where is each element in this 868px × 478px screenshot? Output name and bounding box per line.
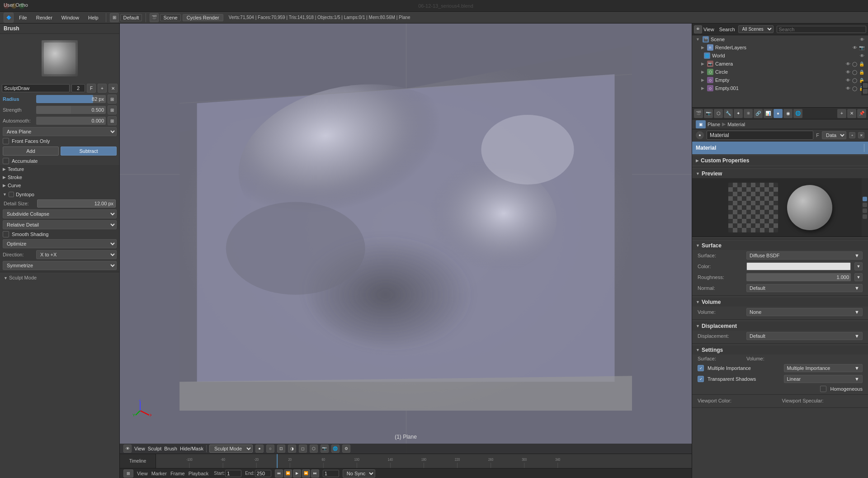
- smooth-shading-checkbox[interactable]: [3, 231, 9, 237]
- surface-type-value[interactable]: Diffuse BSDF ▼: [746, 251, 863, 260]
- transparent-shadows-checkbox[interactable]: ✓: [698, 376, 704, 382]
- homogeneous-checkbox[interactable]: [820, 386, 826, 392]
- color-expand-btn[interactable]: ▼: [854, 262, 863, 270]
- props-material-btn[interactable]: ●: [774, 109, 783, 118]
- props-data-btn[interactable]: 📊: [764, 109, 773, 118]
- subtract-button[interactable]: Subtract: [61, 147, 117, 156]
- props-pin-btn[interactable]: 📌: [857, 109, 866, 118]
- scene-eye[interactable]: 👁: [860, 37, 864, 42]
- linear-value[interactable]: Linear ▼: [784, 375, 863, 383]
- displacement-value[interactable]: Default ▼: [746, 332, 863, 340]
- marker-status[interactable]: Marker: [151, 471, 167, 476]
- props-scene-btn[interactable]: 🎬: [694, 109, 703, 118]
- scene-dropdown[interactable]: Scene: [160, 14, 180, 21]
- circle-eye[interactable]: 👁: [846, 70, 850, 75]
- viewport-canvas[interactable]: X Y Z (1) Plane 👁 View Sculpt Brush Hide…: [120, 24, 692, 454]
- direction-dropdown[interactable]: X to +X: [36, 250, 117, 259]
- preview-header[interactable]: ▼ Preview: [692, 169, 868, 178]
- preview-plane-btn[interactable]: [863, 203, 867, 207]
- menu-file[interactable]: File: [15, 14, 31, 21]
- color-swatch[interactable]: [746, 262, 851, 270]
- empty001-eye[interactable]: 👁: [846, 86, 850, 91]
- empty001-render[interactable]: ◯: [852, 86, 857, 91]
- radius-slider[interactable]: 82 px: [36, 95, 106, 103]
- timeline-ruler[interactable]: -100 -60 -20 20 60 100 140: [156, 454, 692, 468]
- blender-icon[interactable]: 🔷: [4, 13, 14, 23]
- settings-header[interactable]: ▼ Settings: [692, 345, 868, 355]
- material-name-input[interactable]: [707, 131, 813, 140]
- brush-name-input[interactable]: [2, 84, 70, 92]
- f-button[interactable]: F: [87, 84, 96, 93]
- volume-value[interactable]: None ▼: [746, 308, 863, 316]
- layout-dropdown[interactable]: Default: [120, 14, 142, 21]
- vpfooter-icon2[interactable]: ○: [266, 445, 274, 453]
- volume-header[interactable]: ▼ Volume: [692, 298, 868, 307]
- outliner-item-renderlayers[interactable]: ▶ R RenderLayers 👁 📷: [692, 43, 868, 52]
- outliner-item-empty[interactable]: ▶ ◇ Empty 👁 ◯ 🔒: [692, 76, 868, 84]
- sync-selector[interactable]: No Sync: [343, 469, 375, 478]
- detail-size-value[interactable]: 12.00 px: [37, 199, 116, 208]
- normal-value[interactable]: Default ▼: [746, 284, 863, 292]
- play-btn[interactable]: ▶: [293, 469, 301, 478]
- add-brush-btn[interactable]: +: [98, 84, 107, 93]
- circle-lock[interactable]: 🔒: [859, 70, 864, 75]
- props-object-btn[interactable]: ⬡: [714, 109, 723, 118]
- frame-status[interactable]: Frame: [170, 471, 185, 476]
- dyntopo-checkbox[interactable]: [9, 192, 14, 197]
- camera-eye[interactable]: 👁: [846, 62, 850, 66]
- preview-sky-btn[interactable]: [863, 214, 867, 219]
- hide-mask-menu[interactable]: Hide/Mask: [180, 446, 203, 451]
- vpfooter-icon4[interactable]: ◑: [288, 445, 296, 453]
- scenes-selector[interactable]: All Scenes: [738, 25, 774, 33]
- vpfooter-icon6[interactable]: ⬡: [310, 445, 318, 453]
- surface-header[interactable]: ▼ Surface: [692, 241, 868, 250]
- skip-end-btn[interactable]: ⏭: [311, 469, 319, 478]
- relative-detail-dropdown[interactable]: Relative Detail: [3, 220, 117, 229]
- layout-icon[interactable]: ⊞: [110, 13, 119, 22]
- renderlayers-camera[interactable]: 📷: [859, 45, 864, 50]
- render-engine-btn[interactable]: Cycles Render: [183, 14, 223, 21]
- vpfooter-icon5[interactable]: ◻: [299, 445, 307, 453]
- custom-props-header[interactable]: ▶ Custom Properties: [692, 156, 868, 165]
- stroke-section-header[interactable]: ▶ Stroke: [0, 173, 119, 181]
- data-dropdown[interactable]: Data: [822, 131, 846, 139]
- optimize-dropdown[interactable]: Optimize: [3, 239, 117, 248]
- camera-lock[interactable]: 🔒: [859, 62, 864, 66]
- props-render-btn[interactable]: 📷: [704, 109, 713, 118]
- preview-cube-btn[interactable]: [863, 208, 867, 213]
- outliner-item-empty001[interactable]: ▶ ◇ Empty.001 👁 ◯ 🔒: [692, 84, 868, 92]
- outliner-item-scene[interactable]: ▼ 🎬 Scene 👁: [692, 35, 868, 43]
- props-modifier-btn[interactable]: 🔧: [724, 109, 733, 118]
- radius-expand-btn[interactable]: ⊞: [108, 95, 117, 104]
- menu-help[interactable]: Help: [85, 14, 102, 21]
- view-label-right[interactable]: View: [703, 27, 714, 32]
- props-physics-btn[interactable]: ⚛: [744, 109, 753, 118]
- circle-render[interactable]: ◯: [852, 70, 857, 75]
- outliner-item-camera[interactable]: ▶ 📷 Camera 👁 ◯ 🔒: [692, 60, 868, 68]
- symmetrize-dropdown[interactable]: Symmetrize: [3, 261, 117, 270]
- multiple-importance-checkbox[interactable]: ✓: [698, 365, 704, 371]
- vpfooter-icon7[interactable]: 📷: [321, 445, 329, 453]
- right-edge-btn-2[interactable]: [863, 89, 868, 94]
- mat-add-btn[interactable]: +: [849, 132, 855, 138]
- props-particles-btn[interactable]: ✦: [734, 109, 743, 118]
- outliner-item-world[interactable]: 🌐 World 👁: [692, 52, 868, 60]
- mat-close-btn[interactable]: ✕: [858, 132, 864, 138]
- vpfooter-icon3[interactable]: ⊡: [277, 445, 285, 453]
- current-frame-input[interactable]: [323, 470, 339, 477]
- brush-menu[interactable]: Brush: [164, 446, 177, 451]
- dyntopo-header[interactable]: ▼ Dyntopo: [0, 190, 119, 199]
- menu-window[interactable]: Window: [58, 14, 83, 21]
- frame-end-input[interactable]: [255, 470, 271, 477]
- empty-eye[interactable]: 👁: [846, 78, 850, 83]
- props-add-btn[interactable]: +: [837, 109, 846, 118]
- accumulate-checkbox[interactable]: [3, 158, 9, 164]
- view-status[interactable]: View: [137, 471, 148, 476]
- camera-render[interactable]: ◯: [852, 62, 857, 66]
- props-constraints-btn[interactable]: 🔗: [754, 109, 763, 118]
- subdivide-dropdown[interactable]: Subdivide Collapse: [3, 209, 117, 218]
- vpfooter-icon1[interactable]: ●: [255, 445, 264, 453]
- renderlayers-eye[interactable]: 👁: [853, 45, 857, 50]
- close-brush-btn[interactable]: ✕: [108, 84, 118, 93]
- search-input[interactable]: [777, 26, 866, 33]
